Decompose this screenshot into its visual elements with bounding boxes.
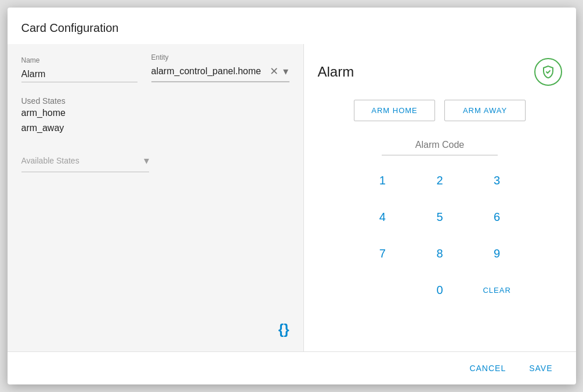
numpad-3[interactable]: 3 bbox=[473, 167, 521, 194]
available-states-label: Available States bbox=[21, 156, 144, 165]
used-states-section: Used States arm_home arm_away bbox=[21, 92, 289, 136]
numpad-clear[interactable]: CLEAR bbox=[473, 277, 521, 304]
name-field: Name bbox=[21, 56, 137, 82]
entity-clear-button[interactable]: ✕ bbox=[269, 65, 280, 78]
card-configuration-dialog: Card Configuration Name Entity ✕ ▾ bbox=[8, 8, 576, 384]
name-entity-row: Name Entity ✕ ▾ bbox=[21, 53, 289, 82]
shield-status-button[interactable] bbox=[534, 58, 562, 86]
state-arm-away: arm_away bbox=[21, 121, 289, 136]
arm-buttons-row: ARM HOME ARM AWAY bbox=[318, 100, 562, 121]
used-states-label: Used States bbox=[21, 96, 289, 106]
entity-input-wrapper: ✕ ▾ bbox=[151, 64, 289, 82]
numpad-7[interactable]: 7 bbox=[359, 240, 407, 267]
save-button[interactable]: SAVE bbox=[520, 359, 562, 378]
numpad-9[interactable]: 9 bbox=[473, 240, 521, 267]
numpad-4[interactable]: 4 bbox=[359, 204, 407, 231]
numpad-0[interactable]: 0 bbox=[416, 277, 464, 304]
dropdown-arrow-icon: ▾ bbox=[144, 154, 149, 167]
numpad-6[interactable]: 6 bbox=[473, 204, 521, 231]
arm-home-button[interactable]: ARM HOME bbox=[354, 100, 435, 121]
entity-dropdown-button[interactable]: ▾ bbox=[282, 65, 289, 78]
numpad: 1 2 3 4 5 6 7 8 9 0 CLEAR bbox=[359, 167, 521, 304]
dialog-title: Card Configuration bbox=[21, 21, 119, 34]
available-states-dropdown[interactable]: Available States ▾ bbox=[21, 150, 149, 172]
entity-field: Entity ✕ ▾ bbox=[151, 53, 289, 82]
name-label: Name bbox=[21, 56, 137, 64]
numpad-1[interactable]: 1 bbox=[359, 167, 407, 194]
numpad-2[interactable]: 2 bbox=[416, 167, 464, 194]
entity-label: Entity bbox=[151, 53, 289, 61]
cancel-button[interactable]: CANCEL bbox=[460, 359, 515, 378]
alarm-code-section: 1 2 3 4 5 6 7 8 9 0 CLEAR bbox=[318, 135, 562, 304]
shield-icon bbox=[541, 65, 555, 79]
alarm-code-input[interactable] bbox=[382, 135, 498, 155]
alarm-title: Alarm bbox=[318, 64, 354, 80]
json-editor-button[interactable]: {} bbox=[278, 321, 289, 337]
right-panel: Alarm ARM HOME ARM AWAY 1 2 3 bbox=[303, 44, 576, 351]
numpad-5[interactable]: 5 bbox=[416, 204, 464, 231]
state-arm-home: arm_home bbox=[21, 106, 289, 121]
arm-away-button[interactable]: ARM AWAY bbox=[444, 100, 526, 121]
left-panel: Name Entity ✕ ▾ Used States arm_ bbox=[8, 44, 303, 351]
entity-icons: ✕ ▾ bbox=[269, 65, 289, 78]
name-input[interactable] bbox=[21, 67, 137, 82]
alarm-header: Alarm bbox=[318, 58, 562, 86]
dialog-header: Card Configuration bbox=[8, 8, 576, 44]
numpad-8[interactable]: 8 bbox=[416, 240, 464, 267]
dialog-body: Name Entity ✕ ▾ Used States arm_ bbox=[8, 44, 576, 351]
entity-input[interactable] bbox=[151, 64, 269, 79]
dialog-footer: CANCEL SAVE bbox=[8, 351, 576, 384]
